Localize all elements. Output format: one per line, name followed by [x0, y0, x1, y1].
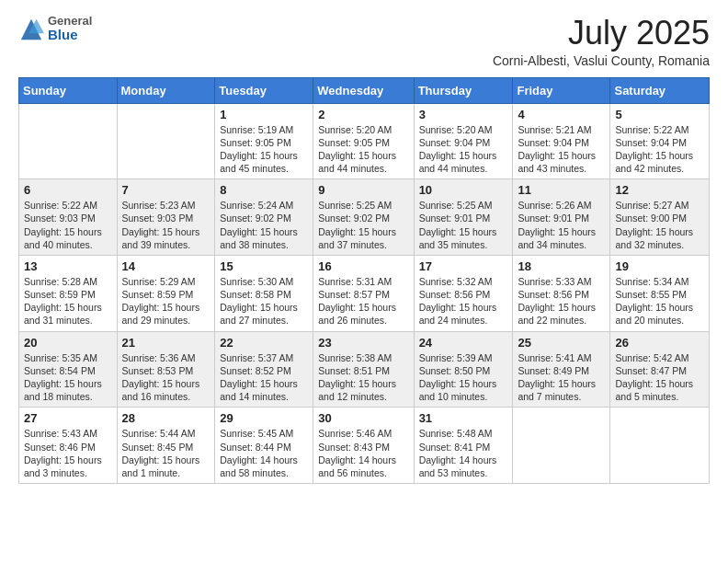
cell-details: Sunrise: 5:46 AM Sunset: 8:43 PM Dayligh… [318, 427, 408, 479]
calendar-cell: 31Sunrise: 5:48 AM Sunset: 8:41 PM Dayli… [414, 408, 513, 484]
calendar-cell: 13Sunrise: 5:28 AM Sunset: 8:59 PM Dayli… [19, 255, 118, 331]
page: General Blue July 2025 Corni-Albesti, Va… [0, 0, 728, 563]
day-number: 27 [24, 411, 112, 425]
cell-details: Sunrise: 5:35 AM Sunset: 8:54 PM Dayligh… [24, 351, 112, 404]
col-thursday: Thursday [414, 77, 513, 103]
calendar-cell: 3Sunrise: 5:20 AM Sunset: 9:04 PM Daylig… [414, 103, 513, 179]
cell-details: Sunrise: 5:33 AM Sunset: 8:56 PM Dayligh… [518, 275, 605, 327]
calendar-cell: 10Sunrise: 5:25 AM Sunset: 9:01 PM Dayli… [414, 179, 513, 256]
calendar-cell [117, 103, 215, 179]
cell-details: Sunrise: 5:48 AM Sunset: 8:41 PM Dayligh… [419, 427, 508, 479]
calendar-cell: 17Sunrise: 5:32 AM Sunset: 8:56 PM Dayli… [414, 255, 513, 331]
day-number: 25 [518, 336, 605, 350]
day-number: 16 [318, 259, 408, 273]
calendar-cell: 9Sunrise: 5:25 AM Sunset: 9:02 PM Daylig… [313, 179, 414, 256]
calendar-cell [610, 408, 710, 484]
calendar-cell: 24Sunrise: 5:39 AM Sunset: 8:50 PM Dayli… [414, 331, 513, 408]
calendar-cell: 6Sunrise: 5:22 AM Sunset: 9:03 PM Daylig… [19, 179, 118, 256]
cell-details: Sunrise: 5:20 AM Sunset: 9:04 PM Dayligh… [419, 123, 508, 176]
calendar-cell: 22Sunrise: 5:37 AM Sunset: 8:52 PM Dayli… [215, 331, 313, 408]
cell-details: Sunrise: 5:43 AM Sunset: 8:46 PM Dayligh… [24, 427, 112, 479]
cell-details: Sunrise: 5:22 AM Sunset: 9:04 PM Dayligh… [615, 123, 704, 176]
day-number: 31 [419, 411, 508, 425]
cell-details: Sunrise: 5:42 AM Sunset: 8:47 PM Dayligh… [615, 351, 704, 404]
cell-details: Sunrise: 5:41 AM Sunset: 8:49 PM Dayligh… [518, 351, 605, 404]
col-tuesday: Tuesday [215, 77, 313, 103]
col-monday: Monday [117, 77, 215, 103]
day-number: 28 [122, 411, 210, 425]
logo: General Blue [18, 15, 92, 43]
cell-details: Sunrise: 5:22 AM Sunset: 9:03 PM Dayligh… [24, 199, 112, 251]
cell-details: Sunrise: 5:39 AM Sunset: 8:50 PM Dayligh… [419, 351, 508, 404]
day-number: 14 [122, 259, 210, 273]
col-wednesday: Wednesday [313, 77, 414, 103]
day-number: 19 [615, 259, 704, 273]
day-number: 1 [220, 108, 308, 121]
cell-details: Sunrise: 5:34 AM Sunset: 8:55 PM Dayligh… [615, 275, 704, 327]
day-number: 11 [518, 183, 605, 197]
logo-text: General Blue [48, 15, 92, 43]
day-number: 13 [24, 259, 112, 273]
calendar-cell: 20Sunrise: 5:35 AM Sunset: 8:54 PM Dayli… [19, 331, 118, 408]
calendar-cell: 12Sunrise: 5:27 AM Sunset: 9:00 PM Dayli… [610, 179, 710, 256]
cell-details: Sunrise: 5:25 AM Sunset: 9:01 PM Dayligh… [419, 199, 508, 251]
cell-details: Sunrise: 5:19 AM Sunset: 9:05 PM Dayligh… [220, 123, 308, 176]
day-number: 12 [615, 183, 704, 197]
calendar-cell [513, 408, 610, 484]
calendar-week-row: 6Sunrise: 5:22 AM Sunset: 9:03 PM Daylig… [19, 179, 710, 256]
cell-details: Sunrise: 5:44 AM Sunset: 8:45 PM Dayligh… [122, 427, 210, 479]
calendar-week-row: 27Sunrise: 5:43 AM Sunset: 8:46 PM Dayli… [19, 408, 710, 484]
calendar-cell: 15Sunrise: 5:30 AM Sunset: 8:58 PM Dayli… [215, 255, 313, 331]
cell-details: Sunrise: 5:29 AM Sunset: 8:59 PM Dayligh… [122, 275, 210, 327]
calendar-cell: 11Sunrise: 5:26 AM Sunset: 9:01 PM Dayli… [513, 179, 610, 256]
day-number: 23 [318, 336, 408, 350]
calendar-cell: 18Sunrise: 5:33 AM Sunset: 8:56 PM Dayli… [513, 255, 610, 331]
header: General Blue July 2025 Corni-Albesti, Va… [18, 15, 710, 68]
cell-details: Sunrise: 5:36 AM Sunset: 8:53 PM Dayligh… [122, 351, 210, 404]
cell-details: Sunrise: 5:21 AM Sunset: 9:04 PM Dayligh… [518, 123, 605, 176]
calendar-cell: 14Sunrise: 5:29 AM Sunset: 8:59 PM Dayli… [117, 255, 215, 331]
cell-details: Sunrise: 5:30 AM Sunset: 8:58 PM Dayligh… [220, 275, 308, 327]
day-number: 20 [24, 336, 112, 350]
cell-details: Sunrise: 5:23 AM Sunset: 9:03 PM Dayligh… [122, 199, 210, 251]
calendar-cell: 23Sunrise: 5:38 AM Sunset: 8:51 PM Dayli… [313, 331, 414, 408]
day-number: 26 [615, 336, 704, 350]
calendar-week-row: 1Sunrise: 5:19 AM Sunset: 9:05 PM Daylig… [19, 103, 710, 179]
calendar-cell: 29Sunrise: 5:45 AM Sunset: 8:44 PM Dayli… [215, 408, 313, 484]
day-number: 3 [419, 108, 508, 121]
day-number: 9 [318, 183, 408, 197]
calendar-cell: 2Sunrise: 5:20 AM Sunset: 9:05 PM Daylig… [313, 103, 414, 179]
day-number: 22 [220, 336, 308, 350]
cell-details: Sunrise: 5:31 AM Sunset: 8:57 PM Dayligh… [318, 275, 408, 327]
cell-details: Sunrise: 5:32 AM Sunset: 8:56 PM Dayligh… [419, 275, 508, 327]
calendar-cell: 8Sunrise: 5:24 AM Sunset: 9:02 PM Daylig… [215, 179, 313, 256]
month-title: July 2025 [493, 15, 710, 52]
day-number: 29 [220, 411, 308, 425]
calendar-cell: 26Sunrise: 5:42 AM Sunset: 8:47 PM Dayli… [610, 331, 710, 408]
day-number: 5 [615, 108, 704, 121]
cell-details: Sunrise: 5:38 AM Sunset: 8:51 PM Dayligh… [318, 351, 408, 404]
day-number: 8 [220, 183, 308, 197]
col-saturday: Saturday [610, 77, 710, 103]
calendar-cell: 27Sunrise: 5:43 AM Sunset: 8:46 PM Dayli… [19, 408, 118, 484]
calendar-cell: 28Sunrise: 5:44 AM Sunset: 8:45 PM Dayli… [117, 408, 215, 484]
calendar-cell: 21Sunrise: 5:36 AM Sunset: 8:53 PM Dayli… [117, 331, 215, 408]
title-block: July 2025 Corni-Albesti, Vaslui County, … [493, 15, 710, 68]
calendar-cell: 16Sunrise: 5:31 AM Sunset: 8:57 PM Dayli… [313, 255, 414, 331]
logo-icon [18, 17, 44, 42]
calendar-cell: 19Sunrise: 5:34 AM Sunset: 8:55 PM Dayli… [610, 255, 710, 331]
calendar-cell [19, 103, 118, 179]
day-number: 18 [518, 259, 605, 273]
cell-details: Sunrise: 5:24 AM Sunset: 9:02 PM Dayligh… [220, 199, 308, 251]
calendar-cell: 7Sunrise: 5:23 AM Sunset: 9:03 PM Daylig… [117, 179, 215, 256]
day-number: 7 [122, 183, 210, 197]
calendar-cell: 4Sunrise: 5:21 AM Sunset: 9:04 PM Daylig… [513, 103, 610, 179]
calendar: Sunday Monday Tuesday Wednesday Thursday… [18, 77, 710, 484]
cell-details: Sunrise: 5:25 AM Sunset: 9:02 PM Dayligh… [318, 199, 408, 251]
cell-details: Sunrise: 5:28 AM Sunset: 8:59 PM Dayligh… [24, 275, 112, 327]
day-number: 15 [220, 259, 308, 273]
day-number: 4 [518, 108, 605, 121]
logo-general-text: General [48, 15, 92, 28]
cell-details: Sunrise: 5:37 AM Sunset: 8:52 PM Dayligh… [220, 351, 308, 404]
day-number: 6 [24, 183, 112, 197]
